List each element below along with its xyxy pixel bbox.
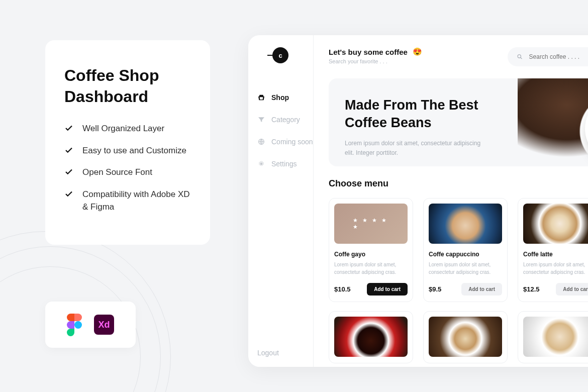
product-name: Coffe cappuccino	[429, 251, 502, 258]
product-card[interactable]	[423, 311, 508, 363]
promo-feature-item: Well Organized Layer	[64, 122, 191, 135]
product-footer: $12.5 Add to cart	[523, 283, 588, 296]
product-footer: $9.5 Add to cart	[429, 283, 502, 296]
product-description: Lorem ipsum dolor sit amet, consectetur …	[429, 261, 502, 276]
product-image	[334, 317, 408, 357]
product-card[interactable]	[329, 311, 413, 363]
product-price: $12.5	[523, 285, 540, 293]
add-to-cart-button[interactable]: Add to cart	[367, 283, 408, 296]
product-image	[523, 317, 588, 357]
promo-feature-text: Well Organized Layer	[82, 122, 164, 135]
hero-title: Made From The Best Coffee Beans	[345, 96, 496, 132]
logo-letter: c	[278, 52, 282, 59]
search-box[interactable]	[508, 47, 588, 66]
logout-label: Logout	[257, 349, 279, 357]
greeting-title: Let's buy some coffee 😍	[329, 47, 422, 56]
gear-icon	[257, 160, 265, 168]
tools-card: Xd	[45, 302, 136, 348]
product-description: Lorem ipsum dolor sit amet, consectetur …	[523, 261, 588, 276]
product-image: ★ ★ ★ ★ ★	[334, 204, 408, 244]
basket-icon	[257, 93, 265, 102]
search-input[interactable]	[529, 53, 588, 60]
promo-card: Coffee Shop Dashboard Well Organized Lay…	[45, 40, 210, 245]
product-image	[523, 204, 588, 244]
sidebar-item-label: Shop	[271, 93, 289, 102]
product-card[interactable]: Coffe cappuccino Lorem ipsum dolor sit a…	[423, 198, 508, 302]
product-card[interactable]: Coffe latte Lorem ipsum dolor sit amet, …	[518, 198, 588, 302]
sidebar: c Shop Category Coming soon Settings Log…	[248, 35, 314, 367]
greeting-text: Let's buy some coffee	[329, 48, 408, 56]
menu-header: Choose menu 128 it	[329, 178, 588, 189]
svg-line-3	[521, 58, 522, 59]
xd-label: Xd	[98, 320, 110, 330]
sidebar-item-label: Category	[271, 116, 300, 124]
hero-banner: Made From The Best Coffee Beans Lorem ip…	[329, 78, 588, 166]
sidebar-nav: Shop Category Coming soon Settings	[248, 86, 313, 175]
product-name: Coffe latte	[523, 251, 588, 258]
app-logo[interactable]: c	[272, 47, 288, 63]
topbar: Let's buy some coffee 😍 Search your favo…	[329, 47, 588, 66]
add-to-cart-button[interactable]: Add to cart	[556, 283, 588, 296]
figma-icon	[67, 314, 82, 336]
check-icon	[64, 189, 73, 199]
product-grid-row2	[329, 311, 588, 363]
sidebar-item-label: Settings	[271, 160, 297, 168]
hero-body: Lorem ipsum dolor sit amet, consectetur …	[345, 139, 485, 158]
product-grid: ★ ★ ★ ★ ★ Coffe gayo Lorem ipsum dolor s…	[329, 198, 588, 302]
promo-feature-list: Well Organized Layer Easy to use and Cus…	[64, 122, 191, 214]
hero-coffee-image	[518, 78, 588, 166]
check-icon	[64, 146, 73, 155]
product-card[interactable]: ★ ★ ★ ★ ★ Coffe gayo Lorem ipsum dolor s…	[329, 198, 413, 302]
star-rating-icon: ★ ★ ★ ★ ★	[353, 217, 389, 230]
check-icon	[64, 124, 73, 133]
promo-feature-item: Compatibility with Adobe XD & Figma	[64, 188, 191, 214]
adobe-xd-icon: Xd	[94, 315, 114, 335]
dashboard-app: c Shop Category Coming soon Settings Log…	[248, 35, 588, 367]
greeting-subtitle: Search your favorite . . .	[329, 58, 422, 64]
promo-feature-text: Easy to use and Customize	[82, 144, 186, 157]
filter-icon	[257, 116, 265, 124]
sidebar-item-settings[interactable]: Settings	[257, 153, 313, 175]
sidebar-item-coming-soon[interactable]: Coming soon	[257, 131, 313, 153]
heart-eyes-emoji: 😍	[413, 47, 422, 56]
product-image	[429, 317, 502, 357]
promo-title: Coffee Shop Dashboard	[64, 65, 191, 107]
main-content: Let's buy some coffee 😍 Search your favo…	[314, 35, 588, 367]
promo-feature-item: Open Source Font	[64, 166, 191, 179]
product-price: $9.5	[429, 285, 441, 293]
add-to-cart-button[interactable]: Add to cart	[461, 283, 502, 296]
check-icon	[64, 167, 73, 176]
product-description: Lorem ipsum dolor sit amet, consectetur …	[334, 261, 408, 276]
svg-point-2	[518, 55, 521, 58]
product-name: Coffe gayo	[334, 251, 408, 258]
greeting-block: Let's buy some coffee 😍 Search your favo…	[329, 47, 422, 64]
promo-feature-text: Compatibility with Adobe XD & Figma	[82, 188, 191, 214]
product-price: $10.5	[334, 285, 351, 293]
promo-feature-text: Open Source Font	[82, 166, 152, 179]
globe-icon	[257, 138, 265, 146]
menu-heading: Choose menu	[329, 178, 388, 189]
sidebar-item-category[interactable]: Category	[257, 109, 313, 131]
product-card[interactable]	[518, 311, 588, 363]
product-image	[429, 204, 502, 244]
product-footer: $10.5 Add to cart	[334, 283, 408, 296]
sidebar-item-shop[interactable]: Shop	[257, 86, 313, 109]
search-icon	[517, 53, 523, 60]
promo-feature-item: Easy to use and Customize	[64, 144, 191, 157]
logout-link[interactable]: Logout	[248, 349, 313, 357]
sidebar-item-label: Coming soon	[271, 138, 313, 146]
